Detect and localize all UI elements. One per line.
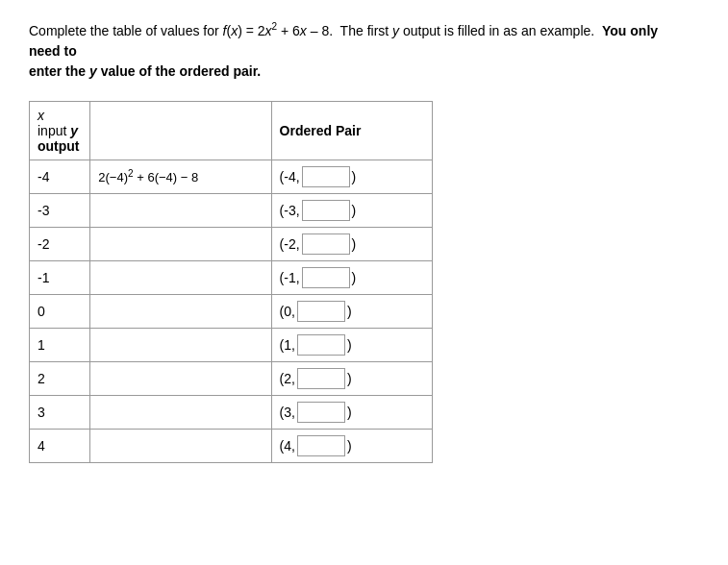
y-expression xyxy=(90,429,271,462)
ordered-pair-suffix: ) xyxy=(347,371,352,386)
y-input[interactable] xyxy=(302,166,350,187)
y-expression: 2(−4)2 + 6(−4) − 8 xyxy=(90,160,271,193)
ordered-pair-prefix: (4, xyxy=(280,438,295,454)
ordered-pair-prefix: (-4, xyxy=(280,169,300,184)
x-value: 4 xyxy=(30,429,90,462)
y-expression xyxy=(90,395,271,429)
table-row: -3(-3,) xyxy=(30,193,433,227)
ordered-pair-suffix: ) xyxy=(352,236,357,252)
y-expression xyxy=(90,361,271,395)
y-expression xyxy=(90,260,271,294)
ordered-pair-prefix: (0, xyxy=(280,304,295,319)
x-value: -2 xyxy=(30,227,90,260)
instruction-bold: You only need to xyxy=(29,23,658,59)
ordered-pair-prefix: (-3, xyxy=(280,203,300,218)
table-row: 0(0,) xyxy=(30,294,433,328)
y-expression xyxy=(90,193,271,227)
x-value: 2 xyxy=(30,361,90,395)
table-row: -1(-1,) xyxy=(30,260,433,294)
table-row: 3(3,) xyxy=(30,395,433,429)
instruction-line2: enter the y value of the ordered pair. xyxy=(29,63,261,79)
ordered-pair-cell[interactable]: (3,) xyxy=(271,395,432,429)
y-input[interactable] xyxy=(297,334,345,356)
x-value: -1 xyxy=(30,260,90,294)
ordered-pair-suffix: ) xyxy=(347,337,352,353)
y-expression xyxy=(90,328,271,361)
col-header-y-empty xyxy=(90,101,271,160)
y-input[interactable] xyxy=(297,368,345,389)
values-table: x input y outputOrdered Pair -42(−4)2 + … xyxy=(29,101,433,463)
ordered-pair-prefix: (-1, xyxy=(280,270,300,285)
x-value: 3 xyxy=(30,395,90,429)
table-row: 1(1,) xyxy=(30,328,433,361)
ordered-pair-prefix: (2, xyxy=(280,371,295,386)
ordered-pair-suffix: ) xyxy=(347,438,352,454)
col-header-x: x input y output xyxy=(30,101,90,160)
ordered-pair-cell[interactable]: (-1,) xyxy=(271,260,432,294)
x-value: -4 xyxy=(30,160,90,193)
ordered-pair-cell[interactable]: (-3,) xyxy=(271,193,432,227)
col-header-op: Ordered Pair xyxy=(271,101,432,160)
ordered-pair-cell[interactable]: (2,) xyxy=(271,361,432,395)
x-value: 0 xyxy=(30,294,90,328)
y-input[interactable] xyxy=(302,200,350,221)
instructions: Complete the table of values for f(x) = … xyxy=(29,19,683,82)
x-value: 1 xyxy=(30,328,90,361)
ordered-pair-suffix: ) xyxy=(352,270,357,285)
ordered-pair-suffix: ) xyxy=(347,304,352,319)
ordered-pair-cell[interactable]: (1,) xyxy=(271,328,432,361)
ordered-pair-cell[interactable]: (4,) xyxy=(271,429,432,462)
table-row: -42(−4)2 + 6(−4) − 8(-4,) xyxy=(30,160,433,193)
y-expression xyxy=(90,227,271,260)
y-input[interactable] xyxy=(302,267,350,288)
x-value: -3 xyxy=(30,193,90,227)
y-input[interactable] xyxy=(297,402,345,423)
y-input[interactable] xyxy=(297,301,345,322)
ordered-pair-suffix: ) xyxy=(352,169,357,184)
ordered-pair-prefix: (3, xyxy=(280,405,295,420)
table-row: -2(-2,) xyxy=(30,227,433,260)
ordered-pair-suffix: ) xyxy=(352,203,357,218)
y-input[interactable] xyxy=(302,233,350,255)
ordered-pair-cell[interactable]: (0,) xyxy=(271,294,432,328)
ordered-pair-prefix: (-2, xyxy=(280,236,300,252)
instruction-text: Complete the table of values for f(x) = … xyxy=(29,23,658,59)
ordered-pair-cell[interactable]: (-2,) xyxy=(271,227,432,260)
table-row: 2(2,) xyxy=(30,361,433,395)
ordered-pair-cell[interactable]: (-4,) xyxy=(271,160,432,193)
ordered-pair-suffix: ) xyxy=(347,405,352,420)
ordered-pair-prefix: (1, xyxy=(280,337,295,353)
y-input[interactable] xyxy=(297,435,345,456)
y-expression xyxy=(90,294,271,328)
table-row: 4(4,) xyxy=(30,429,433,462)
